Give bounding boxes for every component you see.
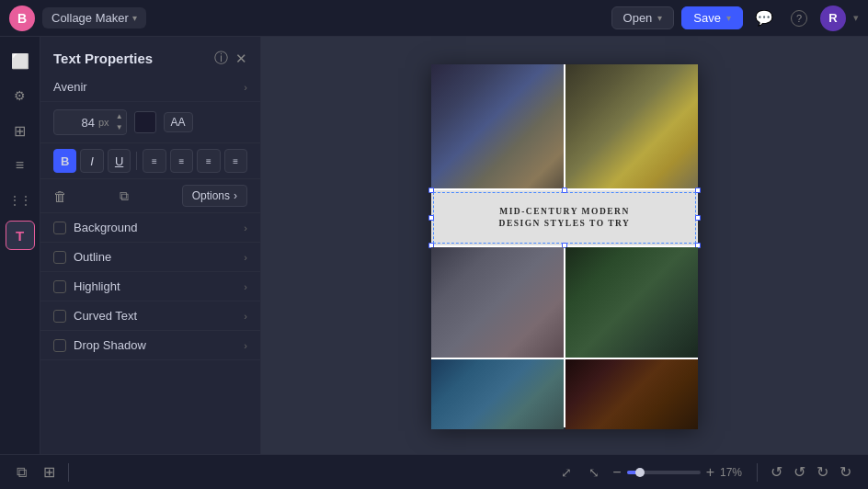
bottombar: ⧉ ⊞ ⤢ ⤡ − + 17% ↺ ↺ ↻ ↻ bbox=[0, 454, 868, 489]
collage[interactable]: MID-CENTURY MODERN DESIGN STYLES TO TRY bbox=[431, 64, 698, 427]
save-button[interactable]: Save ▾ bbox=[681, 6, 743, 29]
highlight-label: Highlight bbox=[74, 279, 120, 293]
help-button[interactable]: ? bbox=[785, 5, 813, 32]
topbar: B Collage Maker ▾ Open ▾ Save ▾ 💬 ? R ▾ bbox=[0, 0, 868, 37]
collage-cell-chair bbox=[565, 64, 698, 188]
canvas-area[interactable]: MID-CENTURY MODERN DESIGN STYLES TO TRY bbox=[261, 37, 868, 454]
outline-checkbox[interactable] bbox=[53, 251, 66, 264]
fit-icon: ⤢ bbox=[561, 465, 572, 480]
layers-icon: ≡ bbox=[16, 157, 24, 174]
reset-btn[interactable]: ↺ bbox=[767, 463, 786, 481]
text-tool-icon: T bbox=[16, 228, 24, 244]
outline-chevron-icon: › bbox=[244, 252, 247, 263]
underline-btn[interactable]: U bbox=[108, 149, 131, 173]
drop-shadow-checkbox[interactable] bbox=[53, 339, 66, 352]
highlight-checkbox[interactable] bbox=[53, 280, 66, 293]
collage-text-line2: DESIGN STYLES TO TRY bbox=[499, 218, 631, 229]
undo-btn[interactable]: ↺ bbox=[790, 463, 809, 481]
resize-btn[interactable]: ⤡ bbox=[585, 464, 603, 481]
font-selector-row[interactable]: Avenir › bbox=[40, 76, 260, 102]
highlight-effect-row[interactable]: Highlight › bbox=[40, 272, 260, 301]
outline-effect-row[interactable]: Outline › bbox=[40, 243, 260, 272]
grid-bottom-icon: ⊞ bbox=[43, 464, 55, 480]
handle-ml[interactable] bbox=[428, 215, 434, 221]
outline-label: Outline bbox=[74, 250, 111, 264]
filters-icon: ⚙ bbox=[14, 88, 26, 103]
size-unit-label: px bbox=[98, 117, 113, 128]
size-row: px ▲ ▼ AA bbox=[40, 102, 260, 143]
collage-text[interactable]: MID-CENTURY MODERN DESIGN STYLES TO TRY bbox=[499, 206, 631, 229]
zoom-slider[interactable] bbox=[627, 471, 701, 474]
size-input-wrap: px ▲ ▼ bbox=[53, 109, 127, 135]
message-icon: 💬 bbox=[755, 9, 773, 27]
app-title-label: Collage Maker bbox=[51, 11, 129, 25]
zoom-plus-icon: + bbox=[706, 464, 714, 480]
history-btn[interactable]: ↻ bbox=[836, 463, 855, 481]
grid-toggle-btn[interactable]: ⊞ bbox=[40, 463, 59, 481]
sidebar-item-text[interactable]: T bbox=[6, 221, 35, 250]
background-effect-row[interactable]: Background › bbox=[40, 213, 260, 243]
handle-tm[interactable] bbox=[562, 188, 567, 193]
font-size-input[interactable] bbox=[54, 116, 98, 130]
background-checkbox[interactable] bbox=[53, 222, 66, 234]
panel-title: Text Properties bbox=[53, 51, 153, 66]
main-content: ⬜ ⚙ ⊞ ≡ ⋮⋮ T Text Properties ⓘ ✕ bbox=[0, 37, 868, 454]
sidebar-item-grid[interactable]: ⊞ bbox=[6, 116, 35, 145]
fit-btn[interactable]: ⤢ bbox=[557, 464, 576, 481]
size-increase-btn[interactable]: ▲ bbox=[113, 111, 126, 122]
align-justify-btn[interactable]: ≡ bbox=[224, 149, 247, 173]
app-title-chevron: ▾ bbox=[132, 13, 137, 23]
sidebar-item-layers[interactable]: ≡ bbox=[6, 151, 35, 180]
collage-cell-sofa bbox=[431, 64, 564, 188]
sidebar-item-shapes[interactable]: ⬜ bbox=[6, 46, 35, 75]
shapes-icon: ⬜ bbox=[11, 52, 29, 70]
delete-button[interactable]: 🗑 bbox=[53, 188, 67, 204]
handle-mr[interactable] bbox=[695, 215, 701, 221]
user-dropdown-arrow: ▾ bbox=[853, 12, 859, 24]
zoom-minus-icon: − bbox=[612, 464, 621, 480]
trash-icon: 🗑 bbox=[53, 188, 67, 204]
options-button[interactable]: Options › bbox=[182, 185, 247, 207]
size-decrease-btn[interactable]: ▼ bbox=[113, 122, 126, 133]
info-icon: ⓘ bbox=[214, 50, 228, 65]
zoom-out-btn[interactable]: − bbox=[612, 464, 621, 481]
undo-icon: ↺ bbox=[794, 464, 805, 480]
resize-icon: ⤡ bbox=[588, 465, 600, 480]
curved-text-checkbox[interactable] bbox=[53, 310, 66, 323]
duplicate-icon: ⧉ bbox=[120, 188, 129, 203]
apps-icon: ⋮⋮ bbox=[9, 194, 31, 207]
bold-btn[interactable]: B bbox=[53, 149, 76, 173]
open-button[interactable]: Open ▾ bbox=[611, 6, 675, 29]
collage-cell-dark-lights bbox=[565, 359, 698, 429]
align-left-btn[interactable]: ≡ bbox=[143, 149, 166, 173]
close-icon: ✕ bbox=[235, 51, 247, 66]
app-title-dropdown[interactable]: Collage Maker ▾ bbox=[42, 7, 146, 28]
drop-shadow-effect-row[interactable]: Drop Shadow › bbox=[40, 331, 260, 360]
sidebar-item-apps[interactable]: ⋮⋮ bbox=[6, 186, 35, 215]
zoom-controls: − + 17% bbox=[612, 464, 748, 481]
panel-close-button[interactable]: ✕ bbox=[235, 50, 247, 67]
align-right-btn[interactable]: ≡ bbox=[197, 149, 220, 173]
zoom-slider-thumb bbox=[635, 468, 645, 477]
help-icon: ? bbox=[791, 10, 807, 27]
actions-row: 🗑 ⧉ Options › bbox=[40, 179, 260, 213]
handle-tl[interactable] bbox=[428, 188, 434, 193]
user-avatar[interactable]: R bbox=[820, 6, 846, 31]
sidebar-item-filters[interactable]: ⚙ bbox=[6, 81, 35, 110]
zoom-in-btn[interactable]: + bbox=[706, 464, 714, 481]
icon-sidebar: ⬜ ⚙ ⊞ ≡ ⋮⋮ T bbox=[0, 37, 40, 454]
curved-text-effect-row[interactable]: Curved Text › bbox=[40, 301, 260, 331]
handle-tr[interactable] bbox=[695, 188, 701, 193]
text-case-button[interactable]: AA bbox=[164, 112, 193, 132]
layers-toggle-btn[interactable]: ⧉ bbox=[13, 464, 30, 481]
redo-icon: ↻ bbox=[817, 464, 828, 480]
panel-info-button[interactable]: ⓘ bbox=[214, 50, 228, 67]
italic-btn[interactable]: I bbox=[80, 149, 103, 173]
redo-btn[interactable]: ↻ bbox=[813, 463, 832, 481]
color-swatch[interactable] bbox=[134, 111, 156, 133]
align-center-btn[interactable]: ≡ bbox=[170, 149, 193, 173]
collage-text-banner[interactable]: MID-CENTURY MODERN DESIGN STYLES TO TRY bbox=[431, 190, 698, 245]
duplicate-button[interactable]: ⧉ bbox=[120, 188, 129, 204]
messages-button[interactable]: 💬 bbox=[750, 5, 778, 32]
curved-text-chevron-icon: › bbox=[244, 311, 247, 322]
